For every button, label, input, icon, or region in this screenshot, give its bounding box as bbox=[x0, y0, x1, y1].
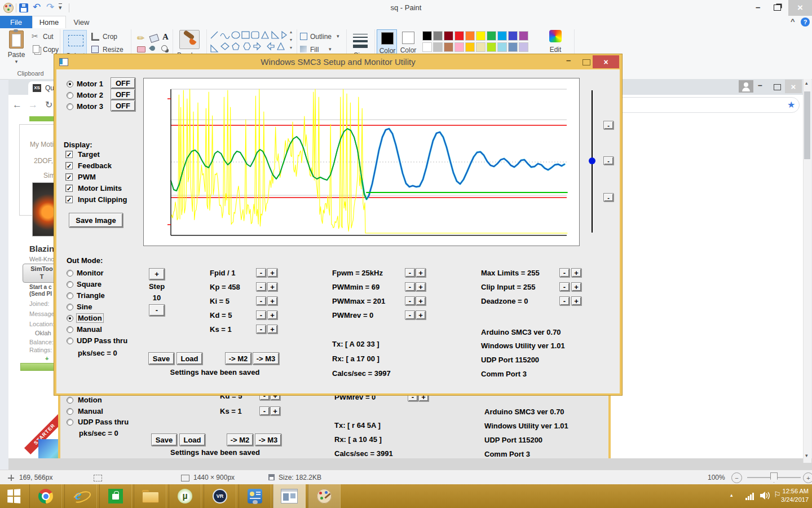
taskbar-paint[interactable] bbox=[308, 484, 341, 508]
palette-color-2[interactable] bbox=[444, 31, 453, 41]
taskbar-utorrent[interactable]: µ bbox=[169, 484, 201, 508]
radio-motor-3[interactable] bbox=[67, 103, 73, 110]
deadzone-minus-button[interactable]: - bbox=[559, 296, 570, 305]
palette-color-8[interactable] bbox=[508, 42, 518, 52]
motor-1-off-button[interactable]: OFF bbox=[111, 77, 135, 89]
fill-label[interactable]: Fill bbox=[310, 46, 319, 54]
zoom-out-button[interactable]: − bbox=[731, 472, 742, 483]
motor-2-off-button[interactable]: OFF bbox=[111, 89, 135, 100]
scrollbar-up-icon[interactable]: ▴ bbox=[805, 80, 808, 86]
checkbox-target[interactable]: ✓ bbox=[65, 151, 73, 158]
ribbon-collapse-icon[interactable]: ^ bbox=[791, 17, 795, 25]
resize-label[interactable]: Resize bbox=[103, 46, 123, 54]
palette-color-8[interactable] bbox=[508, 31, 518, 41]
browser-restore-button[interactable] bbox=[774, 84, 781, 90]
shapes-scroll-down-icon[interactable]: ▾ bbox=[290, 37, 292, 42]
dup-m2-button[interactable]: -> M2 bbox=[227, 433, 253, 446]
shapes-grid[interactable] bbox=[210, 30, 288, 53]
cut-label[interactable]: Cut bbox=[43, 33, 54, 41]
radio-motor-2[interactable] bbox=[67, 92, 73, 99]
start-button[interactable] bbox=[0, 484, 27, 508]
max-limits-minus-button[interactable]: - bbox=[559, 268, 570, 277]
radio-monitor[interactable] bbox=[67, 270, 73, 277]
tray-expand-icon[interactable]: ▴ bbox=[730, 492, 733, 498]
dup-radio-motion[interactable] bbox=[67, 397, 73, 404]
paste-button[interactable]: Paste ▾ bbox=[5, 30, 28, 64]
pwmmin-plus-button[interactable]: + bbox=[416, 282, 426, 291]
shapes-more-icon[interactable]: ▾ bbox=[290, 45, 292, 50]
pwmmax-minus-button[interactable]: - bbox=[405, 296, 415, 305]
taskbar-vr[interactable]: VR bbox=[204, 484, 236, 508]
palette-color-7[interactable] bbox=[497, 31, 507, 41]
copy-icon[interactable] bbox=[33, 45, 39, 53]
outline-dropdown-icon[interactable]: ▾ bbox=[337, 33, 339, 39]
taskbar-settings-app[interactable] bbox=[239, 484, 271, 508]
clock-date[interactable]: 3/24/2017 bbox=[773, 496, 809, 503]
checkbox-input-clipping[interactable]: ✓ bbox=[65, 196, 73, 203]
network-icon[interactable] bbox=[745, 492, 754, 500]
dup-load-button[interactable]: Load bbox=[179, 433, 205, 446]
pwmrev-minus-button[interactable]: - bbox=[405, 310, 415, 319]
save-button[interactable]: Save bbox=[148, 352, 174, 365]
palette-color-7[interactable] bbox=[497, 42, 507, 52]
pwmmax-plus-button[interactable]: + bbox=[416, 296, 426, 305]
cut-icon[interactable]: ✂ bbox=[32, 32, 38, 41]
dialog-maximize-icon[interactable] bbox=[582, 59, 590, 65]
deadzone-plus-button[interactable]: + bbox=[571, 296, 581, 305]
tab-view[interactable]: View bbox=[66, 16, 97, 28]
ki-plus-button[interactable]: + bbox=[267, 296, 277, 305]
eyedropper-icon[interactable] bbox=[149, 45, 156, 52]
palette-color-5[interactable] bbox=[476, 42, 486, 52]
copy-label[interactable]: Copy bbox=[43, 46, 59, 54]
radio-sine[interactable] bbox=[67, 304, 73, 310]
chart-minus-button-2[interactable]: - bbox=[603, 156, 614, 165]
taskbar-explorer[interactable] bbox=[134, 484, 166, 508]
zoom-in-button[interactable]: + bbox=[803, 472, 812, 483]
crop-icon[interactable] bbox=[91, 33, 99, 41]
window-restore-icon[interactable] bbox=[774, 5, 781, 11]
palette-color-0[interactable] bbox=[422, 31, 432, 41]
back-icon[interactable]: ← bbox=[12, 99, 22, 111]
taskbar-smc3-window[interactable] bbox=[273, 484, 306, 508]
taskbar-store[interactable] bbox=[99, 484, 132, 508]
palette-color-9[interactable] bbox=[519, 31, 528, 41]
palette-color-2[interactable] bbox=[444, 42, 453, 52]
m3-button[interactable]: -> M3 bbox=[253, 352, 279, 365]
dialog-minimize-icon[interactable]: – bbox=[566, 55, 571, 65]
dup-m3-button[interactable]: -> M3 bbox=[255, 433, 281, 446]
load-button[interactable]: Load bbox=[176, 352, 202, 365]
palette-color-0[interactable] bbox=[422, 42, 432, 52]
refresh-icon[interactable]: ↻ bbox=[45, 99, 52, 110]
magnifier-icon[interactable] bbox=[161, 45, 167, 51]
outline-label[interactable]: Outline bbox=[310, 33, 332, 41]
kd-plus-button[interactable]: + bbox=[267, 310, 277, 319]
ki-minus-button[interactable]: - bbox=[256, 296, 266, 305]
zoom-slider-handle[interactable] bbox=[770, 472, 778, 483]
crop-label[interactable]: Crop bbox=[103, 33, 117, 41]
clock-time[interactable]: 12:56 AM bbox=[773, 488, 809, 494]
radio-motion[interactable] bbox=[67, 315, 73, 322]
browser-minimize-button[interactable]: – bbox=[758, 81, 762, 90]
dup-save-button[interactable]: Save bbox=[151, 433, 177, 446]
clip-input-plus-button[interactable]: + bbox=[571, 282, 581, 291]
window-close-button[interactable]: × bbox=[788, 0, 812, 16]
pwmmin-minus-button[interactable]: - bbox=[405, 282, 415, 291]
dup-radio-udp[interactable] bbox=[67, 419, 73, 426]
dup-ks-minus-button[interactable]: - bbox=[259, 406, 270, 415]
palette-color-3[interactable] bbox=[454, 42, 464, 52]
kp-plus-button[interactable]: + bbox=[267, 282, 277, 291]
palette-color-9[interactable] bbox=[519, 42, 528, 52]
palette-color-5[interactable] bbox=[476, 31, 486, 41]
chart-slider-dot[interactable] bbox=[589, 157, 595, 164]
palette-color-4[interactable] bbox=[465, 42, 475, 52]
dup-radio-manual[interactable] bbox=[67, 408, 73, 415]
window-minimize-icon[interactable]: – bbox=[756, 2, 760, 12]
ks-minus-button[interactable]: - bbox=[256, 325, 266, 334]
fill-bucket-icon[interactable] bbox=[149, 34, 160, 43]
fpwm-plus-button[interactable]: + bbox=[416, 268, 426, 277]
radio-triangle[interactable] bbox=[67, 292, 73, 299]
pencil-icon[interactable]: ✏ bbox=[137, 33, 144, 43]
checkbox-feedback[interactable]: ✓ bbox=[65, 162, 73, 169]
pwmrev-plus-button[interactable]: + bbox=[416, 310, 426, 319]
palette-color-6[interactable] bbox=[487, 42, 496, 52]
